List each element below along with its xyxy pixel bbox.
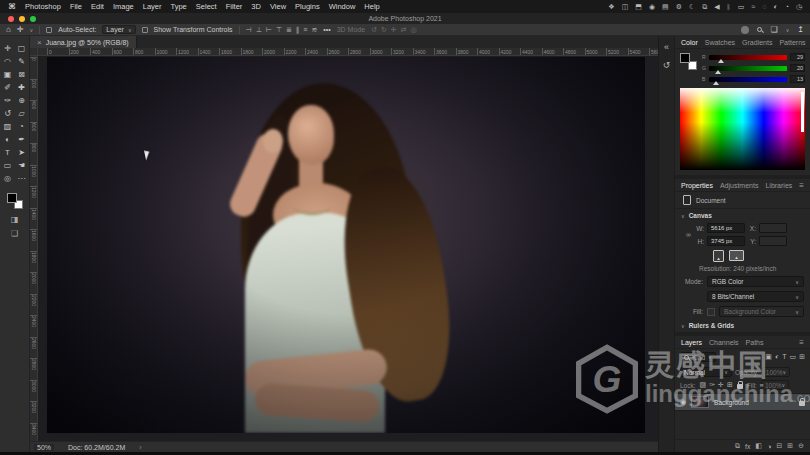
adjustment-layer-icon[interactable]: ◑ (767, 443, 771, 450)
menu-item[interactable]: Photoshop (25, 2, 61, 11)
eyedropper-tool[interactable]: ✐ (1, 81, 15, 94)
channel-value-field[interactable]: 13 (790, 75, 805, 83)
share-icon[interactable]: ↥ (797, 25, 804, 34)
show-transform-checkbox[interactable] (142, 27, 148, 33)
color-slider-track[interactable] (709, 66, 787, 71)
document-tab[interactable]: × Juana.jpg @ 50% (RGB/8) (30, 36, 137, 48)
x-field[interactable] (759, 223, 787, 233)
battery-icon[interactable]: ▭ (738, 3, 745, 11)
3d-orbit-icon[interactable]: ↺ (371, 26, 377, 34)
3d-zoom-icon[interactable]: ◎ (411, 26, 417, 34)
quick-mask-icon[interactable]: ◨ (11, 215, 19, 224)
monitor-icon[interactable]: ▤ (662, 3, 669, 11)
search-icon[interactable] (757, 27, 762, 32)
collapse-panels-icon[interactable]: « (664, 42, 669, 52)
slider-thumb[interactable] (715, 70, 721, 74)
menu-item[interactable]: Help (364, 2, 379, 11)
path-selection-tool[interactable]: ➤ (15, 146, 29, 159)
zoom-level-field[interactable]: 50% (34, 444, 54, 451)
ruler-origin-corner[interactable] (30, 48, 38, 56)
status-chevron-icon[interactable]: › (139, 444, 141, 451)
account-avatar[interactable] (741, 26, 749, 34)
app-status-icon[interactable]: ❖ (608, 3, 614, 11)
filter-kind-dropdown[interactable]: Kind ∨ (680, 352, 716, 362)
close-tab-icon[interactable]: × (37, 38, 42, 47)
tab-paths[interactable]: Paths (746, 339, 764, 346)
home-icon[interactable]: ⌂ (6, 25, 11, 34)
3d-roll-icon[interactable]: ↻ (381, 26, 387, 34)
history-panel-icon[interactable]: ↺ (663, 60, 671, 70)
layer-group-icon[interactable]: ⊟ (776, 442, 782, 450)
color-slider-track[interactable] (709, 77, 787, 82)
tab-properties[interactable]: Properties (681, 182, 713, 189)
rulers-grids-section-header[interactable]: ∨ Rulers & Grids (675, 319, 810, 332)
height-field[interactable]: 3745 px (707, 236, 745, 246)
quick-selection-tool[interactable]: ✎ (15, 55, 29, 68)
do-not-disturb-moon-icon[interactable]: ☾ (689, 3, 695, 11)
menu-item[interactable]: Image (113, 2, 134, 11)
volume-icon[interactable]: ◀ (714, 3, 719, 11)
zoom-tool[interactable]: ◎ (1, 172, 15, 185)
menu-item[interactable]: 3D (251, 2, 261, 11)
slider-thumb[interactable] (718, 59, 724, 63)
new-layer-icon[interactable]: ⊞ (787, 442, 793, 450)
color-slider-track[interactable] (709, 55, 787, 60)
align-center-h-icon[interactable]: ⊥ (256, 26, 262, 34)
type-tool[interactable]: T (1, 146, 15, 159)
panel-menu-icon[interactable]: ≡ (799, 338, 804, 347)
distribute-v-icon[interactable]: ≣ (286, 26, 292, 34)
align-right-icon[interactable]: ⊢ (266, 26, 272, 34)
menu-item[interactable]: File (70, 2, 82, 11)
dropbox-icon[interactable]: ⬒ (635, 3, 642, 11)
menu-item[interactable]: View (270, 2, 286, 11)
search-icon[interactable]: ◌ (762, 3, 766, 11)
gradient-tool[interactable]: ▨ (1, 120, 15, 133)
color-mode-dropdown[interactable]: RGB Color ∨ (707, 276, 804, 287)
y-field[interactable] (759, 236, 787, 246)
auto-select-checkbox[interactable] (46, 27, 52, 33)
delete-layer-icon[interactable]: ⊖ (798, 442, 804, 450)
opacity-dropdown[interactable]: 100% ∨ (762, 367, 790, 377)
filter-smart-objects-icon[interactable]: ⊞ (799, 353, 805, 361)
more-options-button[interactable]: ••• (323, 26, 330, 33)
tab-gradients[interactable]: Gradients (742, 39, 772, 46)
frame-tool[interactable]: ⊠ (15, 68, 29, 81)
tab-color[interactable]: Color (681, 39, 698, 46)
lock-pixels-icon[interactable]: ✑ (709, 381, 715, 389)
menu-item[interactable]: Edit (91, 2, 104, 11)
siri-icon[interactable]: ◐ (773, 3, 777, 11)
lock-transparency-icon[interactable]: ▨ (700, 381, 707, 389)
tab-channels[interactable]: Channels (709, 339, 739, 346)
screen-mode-icon[interactable]: ❏ (11, 229, 18, 238)
menu-item[interactable]: Window (329, 2, 356, 11)
panel-menu-icon[interactable]: ≡ (799, 181, 804, 190)
vertical-ruler[interactable]: 0200400600800100012001400160018002000220… (30, 56, 38, 441)
blend-mode-dropdown[interactable]: Normal ∨ (680, 367, 732, 377)
layer-mask-icon[interactable]: ◧ (756, 442, 763, 450)
menu-item[interactable]: Layer (143, 2, 162, 11)
layer-row-background[interactable]: ◉ Background (675, 394, 810, 411)
layer-visibility-eye-icon[interactable]: ◉ (680, 398, 686, 406)
layer-lock-icon[interactable] (799, 401, 805, 406)
width-field[interactable]: 5616 px (707, 223, 745, 233)
rectangle-tool[interactable]: ▭ (1, 159, 15, 172)
bluetooth-icon[interactable]: ᛒ (727, 3, 731, 11)
channel-value-field[interactable]: 20 (790, 64, 805, 72)
tool-preset-caret-icon[interactable]: ∨ (30, 27, 34, 33)
filter-adjustment-layers-icon[interactable]: ◐ (775, 353, 779, 361)
canvas-viewport[interactable]: 0200400600800100012001400160018002000220… (30, 48, 658, 441)
foreground-color-swatch[interactable] (680, 53, 690, 63)
tab-libraries[interactable]: Libraries (765, 182, 792, 189)
crop-tool[interactable]: ▣ (1, 68, 15, 81)
3d-slide-icon[interactable]: ⇄ (401, 26, 407, 34)
bit-depth-dropdown[interactable]: 8 Bits/Channel ∨ (707, 291, 804, 302)
pen-tool[interactable]: ✒ (15, 133, 29, 146)
copy-icon[interactable]: ⧉ (702, 3, 707, 11)
canvas-section-header[interactable]: ∨ Canvas (675, 209, 810, 222)
filter-type-layers-icon[interactable]: T (782, 353, 786, 361)
lock-artboard-icon[interactable]: ⊞ (727, 381, 733, 389)
menu-item[interactable]: Type (171, 2, 187, 11)
color-spectrum-picker[interactable] (680, 88, 805, 170)
clock-icon[interactable]: ◷ (796, 3, 802, 11)
filter-shape-layers-icon[interactable]: ▭ (790, 353, 797, 361)
